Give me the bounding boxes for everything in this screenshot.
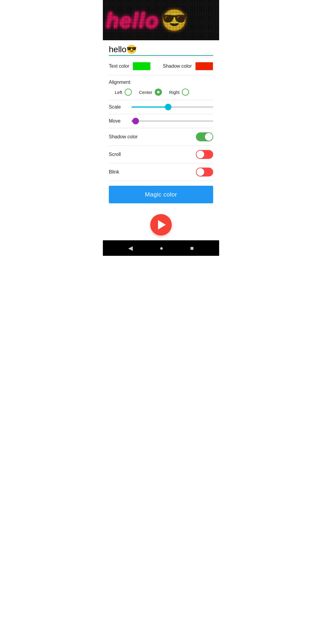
color-row: Text color Shadow color: [109, 57, 213, 75]
nav-back-icon[interactable]: ◀: [128, 244, 133, 252]
led-text: hello: [106, 8, 159, 32]
play-section: [109, 208, 213, 240]
alignment-center-radio[interactable]: [155, 89, 162, 96]
led-emoji: 😎: [161, 8, 187, 32]
scale-slider-thumb[interactable]: [165, 104, 171, 110]
alignment-right[interactable]: Right: [169, 89, 189, 96]
alignment-title: Alignment:: [109, 80, 213, 85]
alignment-right-radio[interactable]: [182, 89, 189, 96]
scale-slider-track[interactable]: [131, 106, 213, 108]
blink-toggle-row: Blink: [109, 163, 213, 181]
nav-home-icon[interactable]: ●: [160, 245, 163, 252]
alignment-left[interactable]: Left: [115, 89, 132, 96]
shadow-color-group: Shadow color: [163, 62, 213, 70]
shadow-toggle-row: Shadow color: [109, 128, 213, 146]
shadow-color-swatch[interactable]: [195, 62, 213, 70]
scale-label: Scale: [109, 104, 127, 110]
shadow-toggle[interactable]: [196, 132, 213, 141]
play-button[interactable]: [150, 214, 172, 236]
alignment-options: Left Center Right: [109, 89, 213, 96]
magic-color-button[interactable]: Magic color: [109, 186, 213, 203]
text-color-swatch[interactable]: [133, 62, 151, 70]
move-slider-thumb[interactable]: [132, 118, 139, 124]
alignment-right-label: Right: [169, 90, 179, 95]
controls-panel: Text color Shadow color Alignment: Left …: [103, 40, 219, 240]
led-content: hello 😎: [103, 0, 219, 40]
scroll-toggle-row: Scroll: [109, 146, 213, 163]
scale-slider-fill: [131, 106, 168, 108]
shadow-toggle-knob: [205, 133, 213, 141]
shadow-toggle-label: Shadow color: [109, 134, 138, 140]
play-icon: [158, 220, 166, 230]
scroll-toggle-label: Scroll: [109, 152, 121, 157]
text-input[interactable]: [109, 44, 213, 56]
move-slider-track[interactable]: [131, 120, 213, 122]
move-label: Move: [109, 118, 127, 124]
shadow-color-label: Shadow color: [163, 64, 192, 69]
alignment-center-label: Center: [139, 90, 152, 95]
scale-row: Scale: [109, 100, 213, 114]
nav-bar: ◀ ● ■: [103, 240, 219, 256]
alignment-row: Alignment: Left Center Right: [109, 75, 213, 100]
nav-recent-icon[interactable]: ■: [190, 245, 194, 252]
scroll-toggle[interactable]: [196, 150, 213, 159]
blink-toggle-label: Blink: [109, 169, 119, 175]
alignment-left-label: Left: [115, 90, 122, 95]
blink-toggle-knob: [196, 168, 204, 176]
led-display: hello 😎: [103, 0, 219, 40]
move-row: Move: [109, 114, 213, 128]
scroll-toggle-knob: [196, 151, 204, 158]
alignment-center[interactable]: Center: [139, 89, 162, 96]
text-color-label: Text color: [109, 64, 129, 69]
blink-toggle[interactable]: [196, 168, 213, 177]
alignment-left-radio[interactable]: [125, 89, 132, 96]
text-input-row: [109, 40, 213, 57]
